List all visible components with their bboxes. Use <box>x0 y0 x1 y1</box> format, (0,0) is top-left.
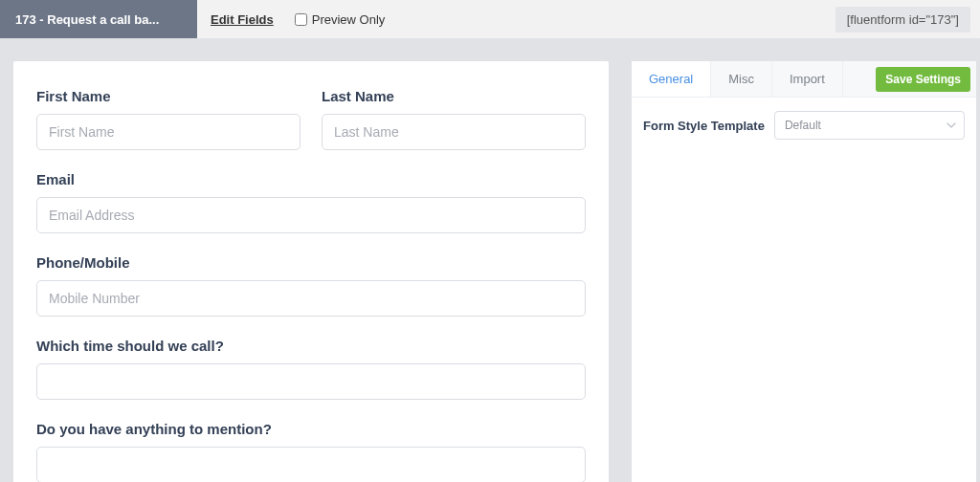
settings-body: Form Style Template Default <box>632 98 976 153</box>
preview-only-toggle[interactable]: Preview Only <box>295 12 386 27</box>
save-settings-button[interactable]: Save Settings <box>876 67 970 92</box>
shortcode-display[interactable]: [fluentform id="173"] <box>835 7 970 33</box>
tab-misc[interactable]: Misc <box>711 61 772 97</box>
first-name-label: First Name <box>36 88 301 104</box>
last-name-input[interactable] <box>322 114 586 150</box>
form-style-select[interactable]: Default <box>774 111 965 140</box>
form-style-select-wrap: Default <box>774 111 965 140</box>
preview-only-label: Preview Only <box>312 12 386 27</box>
tab-import[interactable]: Import <box>772 61 843 97</box>
phone-input[interactable] <box>36 280 586 317</box>
time-input[interactable] <box>36 363 586 400</box>
form-title: 173 - Request a call ba... <box>0 0 197 38</box>
email-input[interactable] <box>36 197 586 233</box>
settings-tabs: General Misc Import Save Settings <box>632 61 976 98</box>
edit-fields-link[interactable]: Edit Fields <box>211 12 274 27</box>
form-preview-card: First Name Last Name Email Phone/Mobile … <box>13 61 609 482</box>
email-label: Email <box>36 171 586 187</box>
mention-input[interactable] <box>36 447 586 482</box>
phone-label: Phone/Mobile <box>36 254 586 271</box>
last-name-label: Last Name <box>322 88 586 104</box>
time-label: Which time should we call? <box>36 338 586 354</box>
form-style-label: Form Style Template <box>643 119 765 133</box>
first-name-input[interactable] <box>36 114 301 150</box>
top-bar: 173 - Request a call ba... Edit Fields P… <box>0 0 980 38</box>
main-content: First Name Last Name Email Phone/Mobile … <box>0 38 980 482</box>
form-style-value: Default <box>785 119 821 132</box>
preview-only-checkbox[interactable] <box>295 13 307 26</box>
mention-label: Do you have anything to mention? <box>36 421 586 437</box>
settings-panel: General Misc Import Save Settings Form S… <box>632 61 976 482</box>
tab-general[interactable]: General <box>632 61 711 97</box>
